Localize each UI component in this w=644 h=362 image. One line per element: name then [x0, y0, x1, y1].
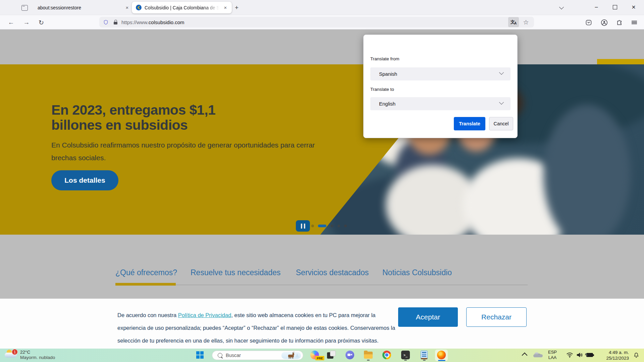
hero-subtitle: En Colsubsidio reafirmamos nuestro propó… — [51, 139, 315, 164]
privacy-policy-link[interactable]: Política de Privacidad — [178, 312, 231, 318]
carousel-dot-active[interactable] — [318, 225, 326, 227]
firefox-view-button[interactable] — [19, 3, 30, 12]
language-indicator[interactable]: ESPLAA — [548, 350, 557, 360]
tab-resuelve-necesidades[interactable]: Resuelve tus necesidades — [191, 268, 281, 277]
notification-bell-icon[interactable] — [633, 352, 639, 359]
search-placeholder: Buscar — [226, 353, 241, 358]
tab-active-underline — [115, 283, 176, 286]
volume-icon[interactable] — [576, 352, 583, 358]
hero-title: En 2023, entregamos $1,1 billones en sub… — [51, 103, 215, 133]
forward-button[interactable]: → — [21, 17, 32, 27]
account-icon[interactable] — [599, 17, 609, 27]
back-button[interactable]: ← — [6, 17, 16, 27]
cookie-accept-button[interactable]: Aceptar — [398, 307, 458, 327]
url-text: https://www.colsubsidio.com — [121, 19, 184, 25]
translate-popup: Translate this page? BETA ⚙ Translate fr… — [363, 35, 518, 138]
screen: about:sessionrestore × Colsubsidio | Caj… — [0, 0, 644, 362]
cookie-text: De acuerdo con nuestra Política de Priva… — [117, 309, 396, 347]
firefox-icon[interactable] — [437, 351, 446, 359]
tab-session-restore[interactable]: about:sessionrestore × — [32, 2, 134, 13]
browser-tab-bar: about:sessionrestore × Colsubsidio | Caj… — [0, 0, 644, 15]
file-explorer-icon[interactable] — [364, 351, 373, 359]
battery-icon[interactable]: ϟ — [586, 353, 594, 357]
new-tab-button[interactable]: + — [232, 3, 241, 12]
running-app-indicator — [423, 360, 426, 361]
running-app-indicator — [367, 360, 370, 361]
site-header: Colsubsidio Personas Empresas Portal tra… — [0, 29, 644, 64]
taskbar-weather-widget[interactable]: 1 22°C Mayorm. nublado — [3, 349, 80, 362]
carousel-dot[interactable] — [331, 225, 333, 227]
pocket-icon[interactable] — [584, 17, 594, 27]
notification-badge: 1 — [12, 349, 18, 355]
menu-hamburger-icon[interactable] — [629, 17, 639, 27]
running-app-indicator — [404, 360, 407, 361]
translate-from-label: Translate from — [370, 56, 399, 61]
tab-servicios-destacados[interactable]: Servicios destacados — [296, 268, 369, 277]
search-icon — [218, 353, 222, 358]
chevron-down-icon — [499, 70, 504, 75]
tab-title: Colsubsidio | Caja Colombiana de Subsidi… — [145, 5, 222, 10]
window-close-button[interactable]: × — [626, 0, 641, 14]
reindeer-seasonal-icon — [281, 352, 301, 359]
from-value: Spanish — [379, 71, 397, 77]
translate-to-label: Translate to — [370, 87, 394, 92]
carousel-dot[interactable] — [337, 225, 340, 227]
extensions-puzzle-icon[interactable] — [614, 17, 625, 27]
section-tabs-area: ¿Qué ofrecemos? Resuelve tus necesidades… — [0, 235, 644, 299]
to-value: English — [379, 101, 395, 107]
firefox-view-icon — [21, 5, 28, 11]
carousel-pause-button[interactable] — [296, 220, 310, 232]
onedrive-cloud-icon[interactable] — [533, 352, 543, 358]
url-bar[interactable]: https://www.colsubsidio.com — [99, 17, 534, 27]
translate-to-select[interactable]: English — [370, 97, 511, 110]
tab-divider-line — [115, 285, 528, 285]
translate-button[interactable]: Translate — [454, 117, 485, 130]
list-all-tabs-button[interactable] — [557, 3, 566, 12]
colsubsidio-favicon — [136, 5, 142, 10]
tab-colsubsidio-active[interactable]: Colsubsidio | Caja Colombiana de Subsidi… — [132, 2, 232, 13]
chevron-down-icon — [559, 4, 564, 9]
tracking-protection-shield-icon[interactable] — [103, 19, 108, 25]
tray-expand-chevron-icon[interactable] — [522, 353, 528, 358]
tab-title: about:sessionrestore — [38, 5, 123, 10]
translate-page-button[interactable]: 文A — [508, 17, 519, 27]
cookie-reject-button[interactable]: Rechazar — [466, 307, 527, 327]
terminal-icon[interactable]: >_ — [401, 351, 410, 359]
reload-button[interactable]: ↻ — [36, 17, 46, 27]
chrome-icon[interactable] — [382, 351, 391, 359]
wifi-icon[interactable] — [566, 352, 573, 358]
hero-carousel: En 2023, entregamos $1,1 billones en sub… — [0, 64, 644, 235]
carousel-dot[interactable] — [344, 225, 347, 227]
chevron-down-icon — [499, 100, 504, 105]
tab-noticias-colsubsidio[interactable]: Noticias Colsubsidio — [382, 268, 452, 277]
tab-close-icon[interactable]: × — [222, 4, 229, 11]
copilot-pre-badge: PRE — [315, 356, 324, 360]
clock-datetime[interactable]: 4:49 a. m.25/12/2023 — [595, 350, 629, 361]
translate-from-select[interactable]: Spanish — [370, 67, 511, 80]
window-maximize-button[interactable] — [607, 0, 623, 14]
maximize-icon — [613, 5, 617, 9]
weather-temperature: 22°C — [20, 350, 30, 355]
window-minimize-button[interactable]: – — [589, 0, 604, 14]
cancel-button[interactable]: Cancel — [489, 117, 513, 130]
windows-taskbar: 1 22°C Mayorm. nublado Buscar PRE >_ — [0, 349, 644, 362]
taskbar-search-box[interactable]: Buscar — [212, 351, 303, 360]
cookie-banner: De acuerdo con nuestra Política de Priva… — [0, 299, 644, 349]
chat-icon[interactable] — [345, 351, 354, 359]
hero-cta-button[interactable]: Los detalles — [51, 170, 118, 190]
notepad-icon[interactable] — [420, 351, 429, 359]
carousel-dot[interactable] — [311, 225, 314, 227]
tab-close-icon[interactable]: × — [123, 4, 131, 11]
bookmark-star-icon[interactable]: ☆ — [521, 17, 531, 27]
firefox-active-indicator — [438, 360, 445, 361]
start-button[interactable] — [196, 351, 204, 359]
lock-icon[interactable] — [114, 20, 117, 24]
tab-que-ofrecemos[interactable]: ¿Qué ofrecemos? — [115, 268, 177, 277]
weather-condition: Mayorm. nublado — [20, 355, 55, 360]
task-view-icon[interactable] — [327, 351, 336, 359]
